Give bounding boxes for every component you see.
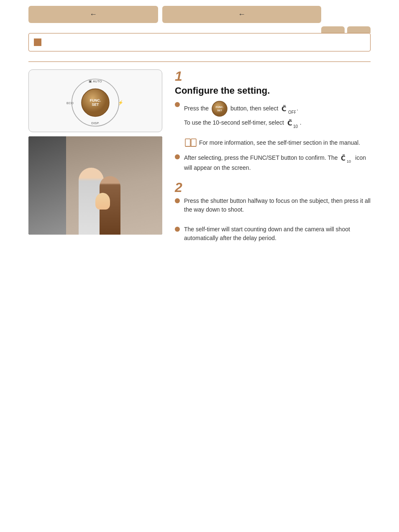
step-1-bullet-1: Press the FUNC. SET xyxy=(175,100,371,148)
camera-dial-image: FUNC. SET ▣ AUTO ECO ⚡ DISP. xyxy=(28,69,162,132)
svg-text:FUNC.: FUNC. xyxy=(90,98,101,102)
c-off-icon: C̃ OFF xyxy=(281,103,296,115)
svg-rect-16 xyxy=(191,139,196,146)
svg-text:C̃: C̃ xyxy=(287,119,292,127)
svg-text:OFF: OFF xyxy=(288,110,296,115)
main-content: FUNC. SET ▣ AUTO ECO ⚡ DISP. xyxy=(0,62,399,251)
step-2-bullet-2: The self-timer will start counting down … xyxy=(175,225,371,243)
svg-rect-15 xyxy=(185,139,190,146)
right-column: 1 Configure the setting. Press the xyxy=(175,69,371,251)
svg-text:FUNC.: FUNC. xyxy=(216,106,224,108)
back-button-left[interactable]: ← xyxy=(28,6,158,23)
info-bar xyxy=(28,33,371,51)
step-2-bullet-2-content: The self-timer will start counting down … xyxy=(184,225,371,243)
left-column: FUNC. SET ▣ AUTO ECO ⚡ DISP. xyxy=(28,69,162,251)
top-navigation: ← ← xyxy=(0,0,399,23)
c-10-icon: C̃ 10 xyxy=(286,117,299,129)
step-1: 1 Configure the setting. Press the xyxy=(175,69,371,172)
svg-text:SET: SET xyxy=(217,109,222,112)
svg-text:SET: SET xyxy=(92,102,100,107)
bullet-dot-4 xyxy=(175,227,180,232)
bullet-dot-2 xyxy=(175,154,180,159)
svg-text:▣ AUTO: ▣ AUTO xyxy=(89,79,102,83)
tab-1[interactable] xyxy=(321,26,345,33)
camera-screen-image: C̃OFF C̃10 C̃10 □ ↺ xyxy=(28,136,162,235)
svg-text:10: 10 xyxy=(347,159,351,164)
step-1-bullet-2-content: After selecting, press the FUNC/SET butt… xyxy=(184,153,371,172)
svg-text:DISP.: DISP. xyxy=(91,121,99,125)
c-10-icon-2: C̃ 10 xyxy=(340,153,353,164)
back-button-right[interactable]: ← xyxy=(162,6,321,23)
svg-text:C̃: C̃ xyxy=(341,154,345,162)
func-set-icon: FUNC. SET xyxy=(211,100,228,117)
tab-2[interactable] xyxy=(347,26,371,33)
step-1-number: 1 xyxy=(175,69,371,83)
svg-text:10: 10 xyxy=(293,124,298,129)
svg-text:ECO: ECO xyxy=(66,101,74,105)
step-2-bullet-1: Press the shutter button halfway to focu… xyxy=(175,197,371,214)
step-1-title: Configure the setting. xyxy=(175,85,371,96)
book-icon xyxy=(185,138,197,148)
svg-point-8 xyxy=(212,101,227,116)
info-bar-icon xyxy=(34,38,41,46)
svg-text:C̃: C̃ xyxy=(281,105,286,113)
step-2: 2 Press the shutter button halfway to fo… xyxy=(175,181,371,243)
bullet-dot-3 xyxy=(175,198,180,203)
step-2-number: 2 xyxy=(175,181,371,194)
step-2-bullet-1-content: Press the shutter button halfway to focu… xyxy=(184,197,371,214)
svg-text:⚡: ⚡ xyxy=(118,100,123,105)
tab-row xyxy=(0,23,399,33)
step-1-bullet-2: After selecting, press the FUNC/SET butt… xyxy=(175,153,371,172)
step-1-bullet-1-content: Press the FUNC. SET xyxy=(184,100,371,148)
bullet-dot-1 xyxy=(175,102,180,107)
